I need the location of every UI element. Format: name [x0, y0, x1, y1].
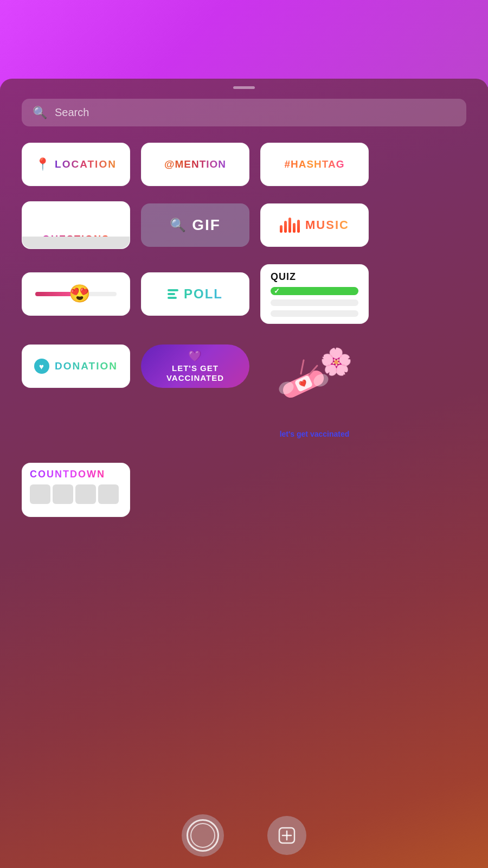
sticker-hashtag[interactable]: #HASHTAG — [260, 143, 369, 186]
camera-icon — [187, 819, 219, 852]
sticker-countdown-label: COUNTDOWN — [30, 469, 105, 480]
sticker-mention-label: @MENTION — [164, 158, 226, 170]
vac-art-label: let's get vaccinated — [280, 430, 350, 439]
sticker-vaccinated-label: LET'S GETVACCINATED — [166, 363, 224, 383]
sticker-grid: 📍 LOCATION @MENTION #HASHTAG QUESTIONS 🔍… — [0, 143, 488, 517]
gif-search-icon: 🔍 — [170, 218, 187, 233]
sticker-gif-label: GIF — [192, 216, 221, 234]
quiz-option-2 — [271, 299, 358, 306]
slider-track: 😍 — [35, 292, 117, 296]
poll-icon — [168, 289, 178, 299]
sticker-vaccinated[interactable]: 💜 LET'S GETVACCINATED — [141, 344, 249, 388]
donation-heart-icon: ♥ — [34, 359, 49, 374]
svg-line-5 — [301, 360, 304, 374]
pin-icon: 📍 — [35, 157, 50, 171]
bottom-camera-bar — [0, 803, 488, 868]
sticker-hashtag-label: #HASHTAG — [284, 158, 344, 170]
sticker-donation[interactable]: ♥ DONATION — [22, 344, 130, 388]
syringe-art: ❤️ — [271, 358, 336, 401]
quiz-option-correct — [271, 287, 358, 295]
sticker-donation-label: DONATION — [55, 360, 118, 372]
sticker-music-label: MUSIC — [305, 218, 349, 232]
countdown-box-4 — [98, 484, 119, 504]
sticker-mention[interactable]: @MENTION — [141, 143, 249, 186]
sticker-row-4: ♥ DONATION 💜 LET'S GETVACCINATED 🌸 — [22, 344, 466, 442]
vac-art-container: 🌸 ❤️ let's get vaccinated — [266, 347, 363, 439]
countdown-box-1 — [30, 484, 50, 504]
drag-handle[interactable] — [233, 86, 255, 89]
search-bar[interactable]: 🔍 Search — [22, 99, 466, 126]
search-input[interactable]: Search — [55, 106, 89, 119]
add-sticker-button[interactable] — [267, 816, 306, 855]
sticker-emoji-slider[interactable]: 😍 — [22, 272, 130, 316]
quiz-option-3 — [271, 310, 358, 317]
sticker-gif[interactable]: 🔍 GIF — [141, 203, 249, 247]
sticker-sheet: 🔍 Search 📍 LOCATION @MENTION #HASHTAG QU… — [0, 79, 488, 868]
top-background — [0, 0, 488, 87]
sticker-location-label: LOCATION — [55, 158, 117, 170]
search-icon: 🔍 — [33, 107, 47, 119]
sticker-vaccinated-art[interactable]: 🌸 ❤️ let's get vaccinated — [260, 344, 369, 442]
sticker-row-1: 📍 LOCATION @MENTION #HASHTAG — [22, 143, 466, 186]
sticker-row-2: QUESTIONS 🔍 GIF MUSIC — [22, 201, 466, 249]
countdown-box-2 — [53, 484, 73, 504]
sticker-questions[interactable]: QUESTIONS — [22, 201, 130, 249]
sticker-music[interactable]: MUSIC — [260, 203, 369, 247]
sticker-location[interactable]: 📍 LOCATION — [22, 143, 130, 186]
sticker-row-5: COUNTDOWN — [22, 463, 466, 517]
slider-emoji: 😍 — [69, 283, 91, 304]
vaccinated-heart-icon: 💜 — [188, 349, 202, 362]
camera-button[interactable] — [182, 814, 224, 857]
add-sticker-icon — [277, 826, 297, 845]
sticker-quiz[interactable]: QUIZ — [260, 264, 369, 324]
sticker-quiz-label: QUIZ — [271, 271, 296, 283]
questions-bottom-strip — [22, 237, 130, 248]
music-bars-icon — [280, 218, 300, 233]
sticker-countdown[interactable]: COUNTDOWN — [22, 463, 130, 517]
countdown-box-3 — [75, 484, 96, 504]
sticker-row-3: 😍 POLL QUIZ — [22, 264, 466, 324]
sticker-poll-label: POLL — [184, 286, 223, 302]
sticker-poll[interactable]: POLL — [141, 272, 249, 316]
countdown-boxes — [30, 484, 119, 504]
